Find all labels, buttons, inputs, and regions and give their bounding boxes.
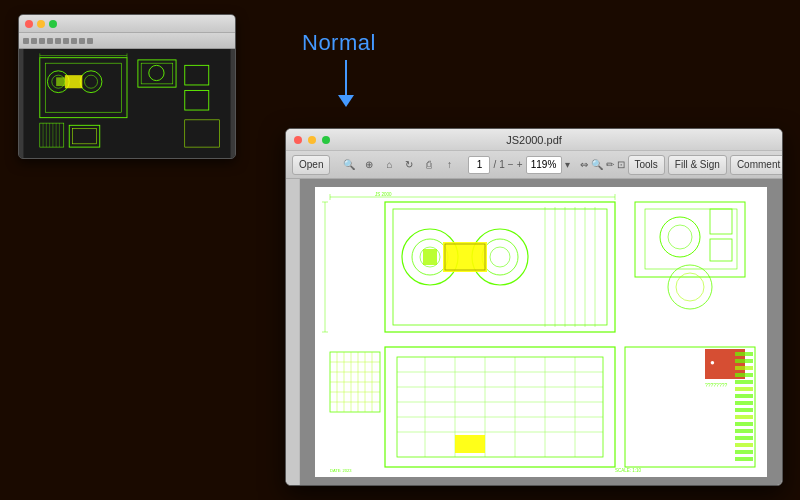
- svg-rect-88: [735, 387, 753, 391]
- svg-rect-95: [735, 436, 753, 440]
- thumbnail-content: [19, 49, 235, 158]
- rotate-icon[interactable]: ↻: [400, 156, 418, 174]
- main-minimize-button[interactable]: [308, 136, 316, 144]
- annotation-arrow: [338, 60, 354, 107]
- svg-rect-84: [735, 359, 753, 363]
- svg-rect-8: [56, 77, 65, 86]
- fit-width-icon[interactable]: ⇔: [580, 156, 588, 174]
- main-window: JS2000.pdf Open 🔍 ⊕ ⌂ ↻ ⎙ ↑ / 1 − + ▾ ⇔ …: [285, 128, 783, 486]
- main-titlebar: JS2000.pdf: [286, 129, 782, 151]
- minimize-button[interactable]: [37, 20, 45, 28]
- svg-text:SCALE: 1:10: SCALE: 1:10: [615, 468, 642, 473]
- page-number-input[interactable]: [468, 156, 490, 174]
- arrow-head: [338, 95, 354, 107]
- share-icon[interactable]: ↑: [440, 156, 458, 174]
- svg-rect-87: [735, 380, 753, 384]
- comment-button[interactable]: Comment: [730, 155, 783, 175]
- svg-text:DATE: 2023: DATE: 2023: [330, 468, 352, 473]
- svg-rect-38: [423, 249, 437, 265]
- thumbnail-toolbar: [19, 33, 235, 49]
- svg-rect-85: [735, 366, 753, 370]
- fill-sign-button[interactable]: Fill & Sign: [668, 155, 727, 175]
- svg-rect-90: [735, 401, 753, 405]
- page-total: 1: [499, 159, 505, 170]
- svg-rect-93: [735, 422, 753, 426]
- nav-icons: 🔍 ⊕ ⌂ ↻ ⎙ ↑: [340, 156, 458, 174]
- pdf-page: ● ????????: [315, 187, 767, 477]
- next-page-icon[interactable]: +: [517, 156, 523, 174]
- svg-rect-94: [735, 429, 753, 433]
- zoom-button[interactable]: [49, 20, 57, 28]
- main-content: ● ????????: [286, 179, 782, 485]
- zoom-dropdown-icon[interactable]: ▾: [565, 156, 570, 174]
- sidebar-panel: [286, 179, 300, 485]
- svg-rect-97: [735, 450, 753, 454]
- zoom-input[interactable]: [526, 156, 562, 174]
- svg-text:●: ●: [710, 358, 715, 367]
- toolbar-right-group: Tools Fill & Sign Comment: [628, 155, 784, 175]
- thumbnail-window: [18, 14, 236, 159]
- svg-rect-98: [735, 457, 753, 461]
- page-separator: /: [493, 159, 496, 170]
- svg-text:????????: ????????: [705, 382, 727, 388]
- main-close-button[interactable]: [294, 136, 302, 144]
- svg-rect-96: [735, 443, 753, 447]
- svg-rect-91: [735, 408, 753, 412]
- tools-button[interactable]: Tools: [628, 155, 665, 175]
- search-icon[interactable]: 🔍: [591, 156, 603, 174]
- arrow-line: [345, 60, 347, 95]
- svg-rect-7: [65, 75, 82, 88]
- svg-rect-83: [735, 352, 753, 356]
- svg-rect-36: [443, 242, 487, 272]
- window-title: JS2000.pdf: [506, 134, 562, 146]
- prev-page-icon[interactable]: −: [508, 156, 514, 174]
- zoom-in-icon[interactable]: ⊕: [360, 156, 378, 174]
- select-icon[interactable]: ⊡: [617, 156, 625, 174]
- pdf-canvas[interactable]: ● ????????: [300, 179, 782, 485]
- svg-text:JS 2000: JS 2000: [375, 192, 392, 197]
- svg-rect-86: [735, 373, 753, 377]
- close-button[interactable]: [25, 20, 33, 28]
- markup-icon[interactable]: ✏: [606, 156, 614, 174]
- svg-rect-89: [735, 394, 753, 398]
- print-icon[interactable]: ⎙: [420, 156, 438, 174]
- open-button[interactable]: Open: [292, 155, 330, 175]
- normal-label: Normal: [302, 30, 376, 56]
- svg-rect-64: [455, 435, 485, 453]
- main-toolbar: Open 🔍 ⊕ ⌂ ↻ ⎙ ↑ / 1 − + ▾ ⇔ 🔍 ✏ ⊡ Tools…: [286, 151, 782, 179]
- main-zoom-button[interactable]: [322, 136, 330, 144]
- home-icon[interactable]: ⌂: [380, 156, 398, 174]
- zoom-out-icon[interactable]: 🔍: [340, 156, 358, 174]
- thumbnail-titlebar: [19, 15, 235, 33]
- svg-rect-92: [735, 415, 753, 419]
